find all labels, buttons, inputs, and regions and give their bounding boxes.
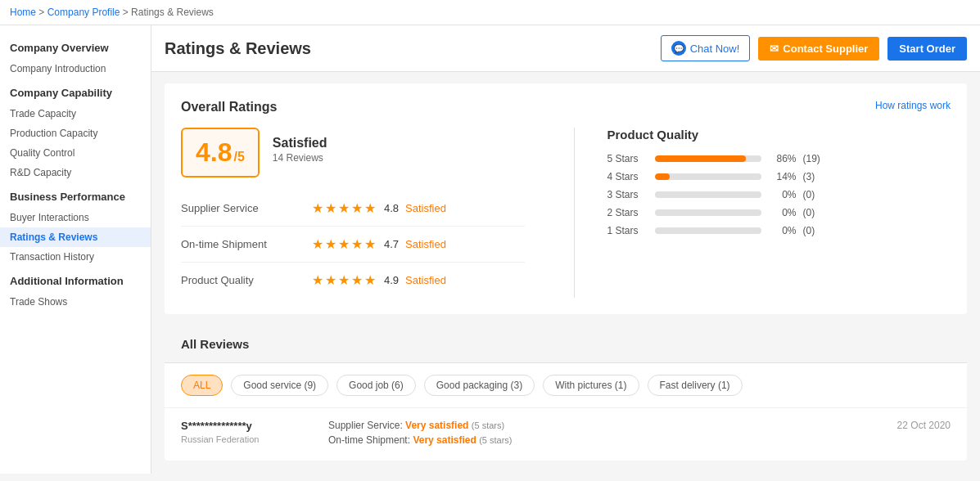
filter-button[interactable]: Good job (6) — [336, 375, 416, 396]
sidebar-item[interactable]: Production Capacity — [0, 124, 151, 143]
sidebar-item[interactable]: R&D Capacity — [0, 163, 151, 182]
sidebar-item[interactable]: Ratings & Reviews — [0, 227, 151, 247]
ratings-card: Overall Ratings How ratings work 4.8 /5 … — [165, 83, 967, 314]
reviewer-country: Russian Federation — [181, 434, 312, 444]
on-time-shipment-label: On-time Shipment — [181, 238, 312, 250]
header-actions: 💬 Chat Now! ✉ Contact Supplier Start Ord… — [661, 35, 967, 61]
filter-button[interactable]: Good service (9) — [231, 375, 328, 396]
score-denom: /5 — [233, 150, 244, 164]
stars-info: (5 stars) — [472, 420, 504, 430]
sidebar-item[interactable]: Buyer Interactions — [0, 208, 151, 227]
sidebar-section-title: Business Performance — [0, 182, 151, 208]
reviews-count: 14 Reviews — [273, 152, 327, 164]
breadcrumb-company-profile[interactable]: Company Profile — [47, 7, 120, 18]
pq-percent: 0% — [768, 225, 797, 236]
all-reviews-card: All Reviews ALLGood service (9)Good job … — [165, 326, 967, 461]
pq-bar-container — [655, 209, 761, 216]
page-header: Ratings & Reviews 💬 Chat Now! ✉ Contact … — [151, 25, 980, 72]
pq-bar-container — [655, 227, 761, 234]
filter-button[interactable]: With pictures (1) — [543, 375, 639, 396]
sidebar-section-title: Company Overview — [0, 34, 151, 59]
reviewer-info: S**************y Russian Federation — [181, 420, 312, 444]
left-section: 4.8 /5 Satisfied 14 Reviews Supplier Ser… — [181, 128, 525, 298]
all-reviews-title: All Reviews — [181, 337, 951, 351]
score-box: 4.8 /5 — [181, 128, 260, 178]
review-field: Supplier Service: Very satisfied (5 star… — [328, 420, 881, 431]
on-time-shipment-score: 4.7 — [384, 238, 399, 250]
pq-bar-row: 3 Stars 0% (0) — [607, 189, 951, 200]
chat-now-button[interactable]: 💬 Chat Now! — [661, 35, 751, 61]
overall-ratings-title: Overall Ratings — [181, 100, 277, 115]
pq-bar-row: 1 Stars 0% (0) — [607, 225, 951, 236]
field-label: Supplier Service: — [328, 420, 403, 431]
pq-count: (0) — [803, 225, 815, 236]
pq-count: (0) — [803, 207, 815, 218]
score-big: 4.8 — [196, 137, 232, 168]
breadcrumb-home[interactable]: Home — [10, 7, 36, 18]
on-time-shipment-stars: ★ ★ ★ ★ ★ — [312, 236, 376, 252]
pq-percent: 0% — [768, 207, 797, 218]
pq-bar-row: 2 Stars 0% (0) — [607, 207, 951, 218]
page-title: Ratings & Reviews — [165, 39, 311, 58]
sidebar-item[interactable]: Transaction History — [0, 247, 151, 267]
sidebar-item[interactable]: Company Introduction — [0, 59, 151, 79]
breadcrumb-current: Ratings & Reviews — [131, 7, 214, 18]
pq-bar-fill — [655, 173, 670, 180]
stars-info: (5 stars) — [479, 435, 512, 445]
envelope-icon: ✉ — [770, 43, 779, 55]
satisfied-label: Satisfied — [273, 136, 327, 151]
supplier-service-score: 4.8 — [384, 202, 399, 214]
all-reviews-header: All Reviews — [165, 326, 967, 363]
chat-icon: 💬 — [671, 41, 686, 56]
pq-star-label: 4 Stars — [607, 171, 648, 182]
pq-bar-container — [655, 155, 761, 162]
review-field: On-time Shipment: Very satisfied (5 star… — [328, 434, 881, 446]
supplier-service-label: Supplier Service — [181, 202, 312, 214]
product-quality-breakdown: Product Quality 5 Stars 86% (19) 4 Stars… — [574, 128, 951, 298]
filter-button[interactable]: Good packaging (3) — [424, 375, 535, 396]
ratings-layout: 4.8 /5 Satisfied 14 Reviews Supplier Ser… — [181, 128, 951, 298]
review-date: 22 Oct 2020 — [897, 420, 951, 431]
filter-row: ALLGood service (9)Good job (6)Good pack… — [165, 363, 967, 407]
reviewer-name: S**************y — [181, 420, 312, 432]
pq-star-label: 5 Stars — [607, 153, 648, 164]
filter-button[interactable]: ALL — [181, 375, 223, 396]
field-label: On-time Shipment: — [328, 434, 410, 446]
product-quality-label: Product Quality — [181, 274, 312, 286]
pq-star-label: 3 Stars — [607, 189, 648, 200]
on-time-shipment-row: On-time Shipment ★ ★ ★ ★ ★ 4.7 Satisfied — [181, 227, 525, 263]
sidebar: Company OverviewCompany IntroductionComp… — [0, 25, 151, 474]
pq-bar-row: 5 Stars 86% (19) — [607, 153, 951, 164]
product-quality-stars: ★ ★ ★ ★ ★ — [312, 272, 376, 288]
satisfaction-value: Very satisfied — [413, 434, 476, 446]
pq-percent: 0% — [768, 189, 797, 200]
product-quality-tag: Satisfied — [405, 274, 446, 286]
review-content: Supplier Service: Very satisfied (5 star… — [328, 420, 881, 449]
sidebar-item[interactable]: Quality Control — [0, 143, 151, 163]
filter-button[interactable]: Fast delivery (1) — [648, 375, 743, 396]
pq-percent: 14% — [768, 171, 797, 182]
satisfaction-value: Very satisfied — [405, 420, 468, 431]
main-content: Ratings & Reviews 💬 Chat Now! ✉ Contact … — [151, 25, 980, 474]
start-order-button[interactable]: Start Order — [887, 37, 967, 61]
pq-bar-row: 4 Stars 14% (3) — [607, 171, 951, 182]
sidebar-item[interactable]: Trade Capacity — [0, 104, 151, 124]
pq-bars: 5 Stars 86% (19) 4 Stars 14% (3) 3 Stars… — [607, 153, 951, 236]
pq-count: (3) — [803, 171, 815, 182]
pq-bar-container — [655, 173, 761, 180]
product-quality-score: 4.9 — [384, 274, 399, 286]
pq-star-label: 2 Stars — [607, 207, 648, 218]
on-time-shipment-tag: Satisfied — [405, 238, 446, 250]
pq-star-label: 1 Stars — [607, 225, 648, 236]
product-quality-row: Product Quality ★ ★ ★ ★ ★ 4.9 Satisfied — [181, 263, 525, 298]
contact-supplier-button[interactable]: ✉ Contact Supplier — [758, 37, 879, 61]
pq-count: (19) — [803, 153, 820, 164]
sidebar-item[interactable]: Trade Shows — [0, 292, 151, 312]
how-ratings-link[interactable]: How ratings work — [875, 100, 951, 111]
supplier-service-stars: ★ ★ ★ ★ ★ — [312, 200, 376, 216]
breadcrumb: Home > Company Profile > Ratings & Revie… — [0, 0, 980, 25]
review-item: S**************y Russian Federation Supp… — [165, 407, 967, 461]
pq-count: (0) — [803, 189, 815, 200]
sidebar-section-title: Additional Information — [0, 267, 151, 292]
pq-bar-container — [655, 191, 761, 198]
